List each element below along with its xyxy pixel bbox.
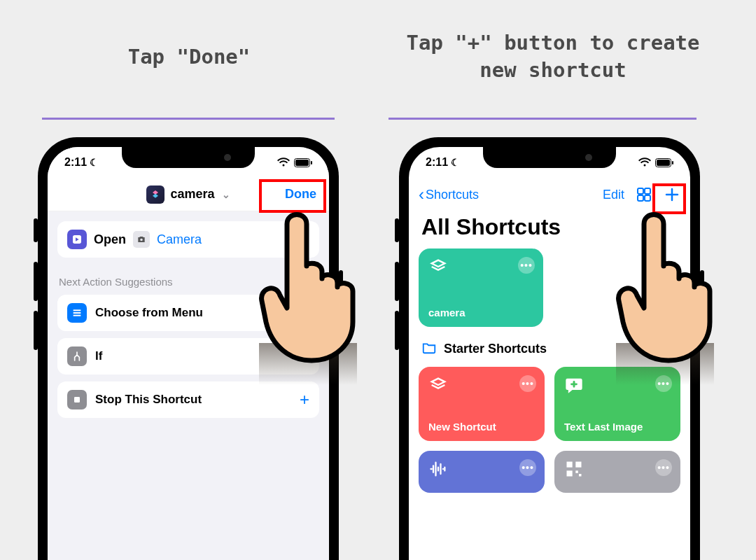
layers-icon [428,257,448,276]
svg-rect-8 [74,397,80,402]
battery-icon [655,158,673,167]
tile-label: camera [428,307,533,318]
done-button[interactable]: Done [285,178,316,211]
folder-label: Starter Shortcuts [444,342,547,356]
qr-icon [564,459,584,479]
side-button [34,311,38,350]
menu-icon [67,303,87,323]
svg-rect-6 [74,312,81,314]
svg-rect-17 [575,462,581,468]
more-icon[interactable]: ••• [519,459,536,476]
divider-left [42,118,335,120]
tile-label: Text Last Image [564,421,671,433]
shortcut-title[interactable]: camera ⌄ [146,186,230,204]
side-button [34,218,38,242]
status-time: 2:11 [64,156,87,169]
notch [122,147,255,168]
open-app-icon [67,230,87,249]
svg-rect-10 [657,160,670,166]
svg-rect-13 [645,188,650,194]
action-verb: Open [94,232,126,247]
status-time: 2:11 [426,156,448,169]
suggestion-stop-shortcut[interactable]: Stop This Shortcut + [57,382,319,418]
add-shortcut-button[interactable] [664,186,680,203]
side-button [395,262,399,301]
suggestion-label: Stop This Shortcut [95,393,202,407]
svg-rect-18 [567,470,573,476]
svg-rect-20 [579,474,582,477]
caption-right: Tap "+" button to create new shortcut [392,29,714,84]
shortcut-tile-camera[interactable]: ••• camera [419,248,543,327]
branch-icon [67,346,87,366]
add-suggestion-icon[interactable]: + [300,303,309,323]
more-icon[interactable]: ••• [655,459,672,476]
nav-bar: ‹ Shortcuts Edit [409,178,690,211]
svg-rect-5 [74,309,81,311]
more-icon[interactable]: ••• [518,257,535,274]
side-button [395,218,399,242]
svg-rect-19 [575,470,578,473]
side-button [395,311,399,350]
dnd-moon-icon: ☾ [451,157,460,168]
shortcut-tile-partial[interactable]: ••• [554,451,680,493]
shortcut-title-text: camera [170,187,214,202]
side-button [700,270,704,333]
stop-icon [67,390,87,410]
notch [483,147,616,168]
svg-rect-11 [672,161,673,164]
folder-icon [421,340,437,358]
action-param[interactable]: Camera [157,232,202,247]
suggestion-label: If [95,349,102,363]
svg-rect-12 [638,188,643,194]
divider-right [388,118,696,120]
side-button [34,262,38,301]
more-icon[interactable]: ••• [519,375,536,392]
shortcuts-app-icon [146,186,164,204]
svg-rect-14 [638,195,643,201]
chevron-down-icon: ⌄ [222,189,230,200]
hand-cuff [259,343,357,385]
shortcut-tile-partial[interactable]: ••• [419,451,545,493]
waveform-icon [428,459,448,479]
svg-point-4 [140,239,143,241]
svg-rect-1 [295,160,309,166]
svg-rect-15 [645,195,650,201]
page-title: All Shortcuts [409,211,690,248]
side-button [339,270,343,333]
wifi-icon [277,158,290,167]
dnd-moon-icon: ☾ [90,157,99,168]
shortcut-tile-new-shortcut[interactable]: ••• New Shortcut [419,367,545,441]
action-open-app[interactable]: Open Camera [57,221,319,258]
grid-view-icon[interactable] [636,186,652,203]
back-label: Shortcuts [426,188,479,202]
layers-icon [428,375,448,395]
camera-app-icon [133,231,150,248]
battery-icon [294,158,312,167]
message-plus-icon [564,375,584,395]
wifi-icon [638,158,651,167]
suggestion-choose-from-menu[interactable]: Choose from Menu + [57,295,319,331]
edit-button[interactable]: Edit [603,188,624,202]
suggestion-label: Choose from Menu [95,306,203,320]
editor-header: camera ⌄ Done [48,178,329,211]
add-suggestion-icon[interactable]: + [300,390,309,410]
svg-rect-2 [311,161,312,164]
svg-rect-7 [74,315,81,316]
back-button[interactable]: ‹ Shortcuts [419,185,479,204]
chevron-left-icon: ‹ [419,185,424,204]
tile-label: New Shortcut [428,421,535,433]
caption-left: Tap "Done" [42,43,336,71]
suggestions-header: Next Action Suggestions [59,276,318,288]
hand-cuff [616,343,714,385]
svg-rect-16 [567,462,573,468]
